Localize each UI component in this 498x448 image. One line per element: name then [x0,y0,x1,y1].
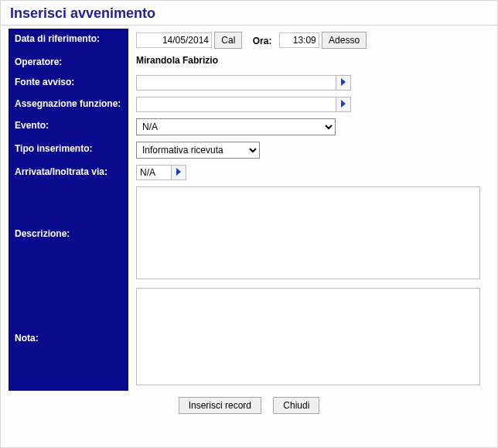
date-input[interactable] [136,32,212,48]
inserisci-record-button[interactable]: Inserisci record [179,397,261,414]
chiudi-button[interactable]: Chiudi [273,397,319,414]
bottom-button-bar: Inserisci record Chiudi [9,391,489,420]
label-assegnazione: Assegnazione funzione: [9,94,128,115]
tipo-inserimento-select[interactable]: Informativa ricevuta [136,142,260,159]
time-input[interactable] [279,32,319,48]
ora-label: Ora: [253,36,272,46]
arrow-right-icon [176,167,182,178]
assegnazione-input[interactable] [136,97,336,112]
evento-select[interactable]: N/A [136,118,336,135]
arrivata-input[interactable]: N/A [136,165,171,180]
label-fonte: Fonte avviso: [9,72,128,94]
page-title: Inserisci avvenimento [10,5,489,22]
form-table: Data di riferimento: Cal Ora: Adesso Ope… [9,29,485,391]
fonte-lookup-button[interactable] [336,75,351,91]
label-nota: Nota: [9,285,128,391]
assegnazione-lookup-button[interactable] [336,97,351,112]
label-arrivata: Arrivata/Inoltrata via: [9,162,128,183]
arrivata-lookup-button[interactable] [171,165,186,180]
label-evento: Evento: [9,115,128,139]
arrow-right-icon [340,77,346,88]
calendar-button[interactable]: Cal [214,32,242,49]
now-button[interactable]: Adesso [322,32,367,49]
label-tipo-ins: Tipo inserimento: [9,139,128,162]
arrow-right-icon [340,99,346,110]
label-operatore: Operatore: [9,52,128,72]
operatore-value: Mirandola Fabrizio [136,55,218,66]
page-header: Inserisci avvenimento [1,1,497,26]
descrizione-textarea[interactable] [136,186,480,279]
nota-textarea[interactable] [136,288,480,385]
label-descrizione: Descrizione: [9,183,128,285]
label-data-rif: Data di riferimento: [9,29,128,52]
fonte-input[interactable] [136,75,336,91]
